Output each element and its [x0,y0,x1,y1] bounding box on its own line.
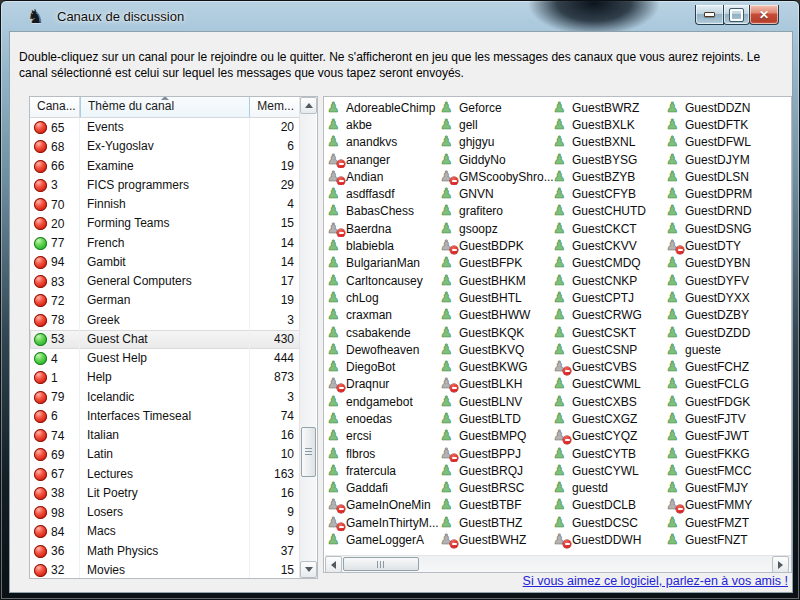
user-item[interactable]: ♟Dewofheaven [327,341,440,358]
channel-row[interactable]: 72German19 [30,291,300,310]
user-item[interactable]: ♟GuestDCLB [553,497,666,514]
channel-row[interactable]: 83General Computers17 [30,272,300,291]
user-item[interactable]: ♟GuestDCSC [553,514,666,531]
channel-row[interactable]: 65Events20 [30,118,300,137]
user-item[interactable]: ♟gell [440,116,553,133]
user-item[interactable]: ♟GuestBKVQ [440,341,553,358]
user-item[interactable]: ♟asdffasdf [327,185,440,202]
user-item[interactable]: ♟GuestCFYB [553,185,666,202]
user-item[interactable]: ♟GuestBWRZ [553,99,666,116]
user-item[interactable]: ♟GuestDPRM [666,185,779,202]
user-item[interactable]: ♟GuestDZBY [666,307,779,324]
channel-row[interactable]: 36Math Physics37 [30,542,300,561]
user-item[interactable]: ♟DiegoBot [327,358,440,375]
user-item[interactable]: ♟GuestBTHZ [440,514,553,531]
user-item[interactable]: ♟GuestBFPK [440,255,553,272]
channel-row[interactable]: 66Examine19 [30,157,300,176]
scroll-up-button[interactable] [300,97,317,114]
user-item[interactable]: ♟GuestBMPQ [440,428,553,445]
user-item[interactable]: ♟guestd [553,480,666,497]
channel-row[interactable]: 94Gambit14 [30,253,300,272]
channel-row[interactable]: 68Ex-Yugoslav6 [30,137,300,156]
user-item[interactable]: ♟anandkvs [327,134,440,151]
channel-row[interactable]: 70Finnish4 [30,195,300,214]
channel-row[interactable]: 67Lectures163 [30,465,300,484]
user-item[interactable]: ♟GuestCNKP [553,272,666,289]
user-item[interactable]: ♟GuestBYSG [553,151,666,168]
user-item[interactable]: ♟gsoopz [440,220,553,237]
user-item[interactable]: ♟craxman [327,307,440,324]
share-link[interactable]: Si vous aimez ce logiciel, parlez-en à v… [523,574,788,588]
channel-row[interactable]: 74Italian16 [30,426,300,445]
user-item[interactable]: ♟blabiebla [327,237,440,254]
scroll-right-button[interactable] [772,556,789,573]
user-item[interactable]: ♟GuestFKKG [666,445,779,462]
user-item[interactable]: ♟AdoreableChimp [327,99,440,116]
user-item[interactable]: ♟GuestCYQZ [553,428,666,445]
user-item[interactable]: ♟GuestBPPJ [440,445,553,462]
user-item[interactable]: ♟GuestDFWL [666,134,779,151]
channel-row[interactable]: 6Interfaces Timeseal74 [30,407,300,426]
user-item[interactable]: ♟GuestDJYM [666,151,779,168]
title-bar[interactable]: ♞ Canaux de discussion ✕ [1,1,799,31]
user-item[interactable]: ♟GuestDYFV [666,272,779,289]
close-button[interactable]: ✕ [749,5,779,25]
user-item[interactable]: ♟GuestFMCC [666,462,779,479]
user-item[interactable]: ♟GuestBWHZ [440,531,553,548]
user-item[interactable]: ♟Gaddafi [327,480,440,497]
user-item[interactable]: ♟GuestCYTB [553,445,666,462]
channel-row[interactable]: 20Forming Teams15 [30,214,300,233]
user-item[interactable]: ♟fratercula [327,462,440,479]
user-item[interactable]: ♟GuestFCHZ [666,358,779,375]
channel-row[interactable]: 69Latin10 [30,445,300,464]
user-item[interactable]: ♟GuestBKQK [440,324,553,341]
user-item[interactable]: ♟GuestDDWH [553,531,666,548]
vertical-scroll-thumb[interactable] [301,427,316,477]
user-item[interactable]: ♟GuestDDZN [666,99,779,116]
user-item[interactable]: ♟BabasChess [327,203,440,220]
channel-row[interactable]: 79Icelandic3 [30,388,300,407]
user-item[interactable]: ♟ghjgyu [440,134,553,151]
user-item[interactable]: ♟flbros [327,445,440,462]
channel-table-vertical-scrollbar[interactable] [299,97,316,578]
user-item[interactable]: ♟grafitero [440,203,553,220]
user-item[interactable]: ♟GuestDFTK [666,116,779,133]
channel-row[interactable]: 98Losers9 [30,503,300,522]
minimize-button[interactable] [695,5,724,25]
user-item[interactable]: ♟Baerdna [327,220,440,237]
user-item[interactable]: ♟GuestDZDD [666,324,779,341]
user-item[interactable]: ♟GuestFMZT [666,514,779,531]
user-item[interactable]: ♟ananger [327,151,440,168]
user-item[interactable]: ♟GuestBTBF [440,497,553,514]
user-item[interactable]: ♟GuestCKVV [553,237,666,254]
user-item[interactable]: ♟Andian [327,168,440,185]
user-item[interactable]: ♟GuestFJWT [666,428,779,445]
channel-row[interactable]: 77French14 [30,234,300,253]
user-item[interactable]: ♟GuestFMMY [666,497,779,514]
user-item[interactable]: ♟GuestCSNP [553,341,666,358]
user-item[interactable]: ♟GuestDRND [666,203,779,220]
user-item[interactable]: ♟GuestCYWL [553,462,666,479]
user-item[interactable]: ♟Carltoncausey [327,272,440,289]
scroll-left-button[interactable] [325,556,342,573]
user-item[interactable]: ♟GuestDYBN [666,255,779,272]
channel-row[interactable]: 53Guest Chat430 [30,330,300,349]
channel-row[interactable]: 3FICS programmers29 [30,176,300,195]
user-item[interactable]: ♟GuestCVBS [553,358,666,375]
user-item[interactable]: ♟GuestCMDQ [553,255,666,272]
user-item[interactable]: ♟GuestFJTV [666,410,779,427]
user-item[interactable]: ♟GuestBLKH [440,376,553,393]
user-item[interactable]: ♟GuestBLNV [440,393,553,410]
channel-row[interactable]: 1Help873 [30,368,300,387]
user-item[interactable]: ♟GuestCKCT [553,220,666,237]
user-list-horizontal-scrollbar[interactable] [325,555,791,572]
user-item[interactable]: ♟GuestDLSN [666,168,779,185]
user-item[interactable]: ♟BulgarianMan [327,255,440,272]
user-item[interactable]: ♟GuestCPTJ [553,289,666,306]
user-item[interactable]: ♟akbe [327,116,440,133]
horizontal-scroll-thumb[interactable] [343,557,419,571]
user-item[interactable]: ♟Geforce [440,99,553,116]
user-item[interactable]: ♟GuestCXGZ [553,410,666,427]
user-item[interactable]: ♟GuestFNZT [666,531,779,548]
user-item[interactable]: ♟Draqnur [327,376,440,393]
